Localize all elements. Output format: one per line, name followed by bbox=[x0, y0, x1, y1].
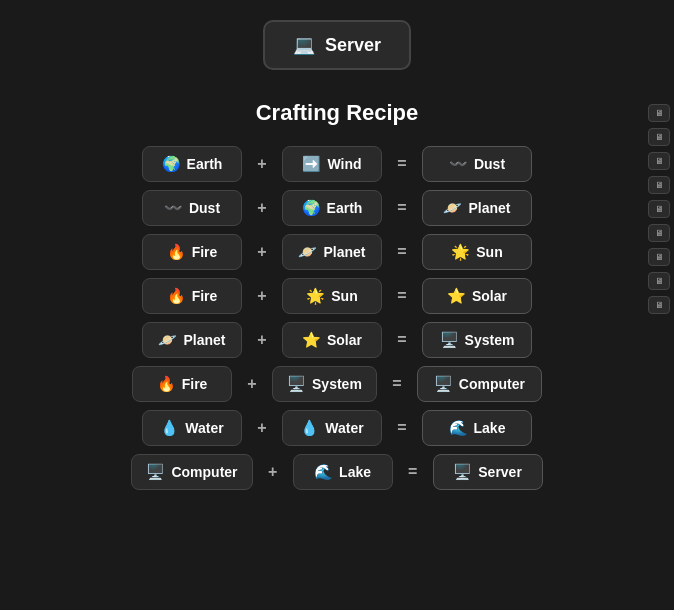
main-container: 💻 Server Crafting Recipe 🌍 Earth + ➡️ Wi… bbox=[0, 0, 674, 510]
lake-emoji-7: 🌊 bbox=[449, 419, 468, 437]
wind-emoji-1: ➡️ bbox=[302, 155, 321, 173]
sidebar-icon-2[interactable]: 🖥 bbox=[648, 128, 670, 146]
water-label-7b: Water bbox=[325, 420, 363, 436]
solar-label-4: Solar bbox=[472, 288, 507, 304]
ingredient-fire-3[interactable]: 🔥 Fire bbox=[142, 234, 242, 270]
ingredient-fire-6[interactable]: 🔥 Fire bbox=[132, 366, 232, 402]
earth-label-2: Earth bbox=[327, 200, 363, 216]
ingredient-water-7a[interactable]: 💧 Water bbox=[142, 410, 242, 446]
computer-emoji-6: 🖥️ bbox=[434, 375, 453, 393]
ingredient-solar-5[interactable]: ⭐ Solar bbox=[282, 322, 382, 358]
dust-emoji-2: 〰️ bbox=[164, 199, 183, 217]
planet-emoji-3: 🪐 bbox=[298, 243, 317, 261]
ingredient-earth-2[interactable]: 🌍 Earth bbox=[282, 190, 382, 226]
server-button[interactable]: 💻 Server bbox=[263, 20, 411, 70]
dust-label-1: Dust bbox=[474, 156, 505, 172]
planet-label-3: Planet bbox=[323, 244, 365, 260]
fire-emoji-3: 🔥 bbox=[167, 243, 186, 261]
computer-label-8: Computer bbox=[171, 464, 237, 480]
ingredient-system-6[interactable]: 🖥️ System bbox=[272, 366, 377, 402]
ingredient-dust-2[interactable]: 〰️ Dust bbox=[142, 190, 242, 226]
result-lake-7[interactable]: 🌊 Lake bbox=[422, 410, 532, 446]
plus-6: + bbox=[244, 375, 260, 393]
system-label-6: System bbox=[312, 376, 362, 392]
equals-7: = bbox=[394, 419, 410, 437]
ingredient-sun-4[interactable]: 🌟 Sun bbox=[282, 278, 382, 314]
system-emoji-5: 🖥️ bbox=[440, 331, 459, 349]
ingredient-computer-8[interactable]: 🖥️ Computer bbox=[131, 454, 252, 490]
plus-3: + bbox=[254, 243, 270, 261]
result-solar-4[interactable]: ⭐ Solar bbox=[422, 278, 532, 314]
result-sun-3[interactable]: 🌟 Sun bbox=[422, 234, 532, 270]
sun-emoji-4: 🌟 bbox=[306, 287, 325, 305]
sun-emoji-3: 🌟 bbox=[451, 243, 470, 261]
recipe-row-4: 🔥 Fire + 🌟 Sun = ⭐ Solar bbox=[142, 278, 532, 314]
recipe-row-3: 🔥 Fire + 🪐 Planet = 🌟 Sun bbox=[142, 234, 532, 270]
lake-label-8: Lake bbox=[339, 464, 371, 480]
result-dust-1[interactable]: 〰️ Dust bbox=[422, 146, 532, 182]
recipe-row-2: 〰️ Dust + 🌍 Earth = 🪐 Planet bbox=[142, 190, 532, 226]
recipe-row-5: 🪐 Planet + ⭐ Solar = 🖥️ System bbox=[142, 322, 532, 358]
sidebar-icon-1[interactable]: 🖥 bbox=[648, 104, 670, 122]
planet-label-5: Planet bbox=[183, 332, 225, 348]
result-system-5[interactable]: 🖥️ System bbox=[422, 322, 532, 358]
fire-emoji-6: 🔥 bbox=[157, 375, 176, 393]
ingredient-water-7b[interactable]: 💧 Water bbox=[282, 410, 382, 446]
equals-4: = bbox=[394, 287, 410, 305]
recipe-row-1: 🌍 Earth + ➡️ Wind = 〰️ Dust bbox=[142, 146, 532, 182]
planet-emoji-2: 🪐 bbox=[443, 199, 462, 217]
result-computer-6[interactable]: 🖥️ Computer bbox=[417, 366, 542, 402]
computer-label-6: Computer bbox=[459, 376, 525, 392]
ingredient-wind-1[interactable]: ➡️ Wind bbox=[282, 146, 382, 182]
plus-5: + bbox=[254, 331, 270, 349]
server-label-8: Server bbox=[478, 464, 522, 480]
equals-5: = bbox=[394, 331, 410, 349]
fire-label-6: Fire bbox=[182, 376, 208, 392]
sidebar-icon-7[interactable]: 🖥 bbox=[648, 248, 670, 266]
ingredient-lake-8[interactable]: 🌊 Lake bbox=[293, 454, 393, 490]
recipes-container: 🌍 Earth + ➡️ Wind = 〰️ Dust 〰️ Dust + 🌍 bbox=[0, 146, 674, 490]
solar-emoji-4: ⭐ bbox=[447, 287, 466, 305]
recipe-row-8: 🖥️ Computer + 🌊 Lake = 🖥️ Server bbox=[131, 454, 542, 490]
plus-7: + bbox=[254, 419, 270, 437]
system-label-5: System bbox=[465, 332, 515, 348]
equals-3: = bbox=[394, 243, 410, 261]
ingredient-planet-5[interactable]: 🪐 Planet bbox=[142, 322, 242, 358]
system-emoji-6: 🖥️ bbox=[287, 375, 306, 393]
earth-emoji-1: 🌍 bbox=[162, 155, 181, 173]
sidebar-icon-8[interactable]: 🖥 bbox=[648, 272, 670, 290]
fire-label-4: Fire bbox=[192, 288, 218, 304]
plus-1: + bbox=[254, 155, 270, 173]
water-label-7a: Water bbox=[185, 420, 223, 436]
ingredient-fire-4[interactable]: 🔥 Fire bbox=[142, 278, 242, 314]
earth-label-1: Earth bbox=[187, 156, 223, 172]
lake-emoji-8: 🌊 bbox=[314, 463, 333, 481]
recipe-row-7: 💧 Water + 💧 Water = 🌊 Lake bbox=[142, 410, 532, 446]
sidebar-icon-5[interactable]: 🖥 bbox=[648, 200, 670, 218]
server-monitor-icon: 💻 bbox=[293, 34, 315, 56]
wind-label-1: Wind bbox=[327, 156, 361, 172]
water-emoji-7b: 💧 bbox=[300, 419, 319, 437]
planet-label-2: Planet bbox=[468, 200, 510, 216]
computer-emoji-8: 🖥️ bbox=[146, 463, 165, 481]
planet-emoji-5: 🪐 bbox=[158, 331, 177, 349]
ingredient-earth-1[interactable]: 🌍 Earth bbox=[142, 146, 242, 182]
ingredient-planet-3[interactable]: 🪐 Planet bbox=[282, 234, 382, 270]
dust-label-2: Dust bbox=[189, 200, 220, 216]
sidebar-icon-3[interactable]: 🖥 bbox=[648, 152, 670, 170]
right-sidebar: 🖥 🖥 🖥 🖥 🖥 🖥 🖥 🖥 🖥 bbox=[644, 100, 674, 318]
sun-label-3: Sun bbox=[476, 244, 502, 260]
equals-2: = bbox=[394, 199, 410, 217]
equals-1: = bbox=[394, 155, 410, 173]
solar-label-5: Solar bbox=[327, 332, 362, 348]
water-emoji-7a: 💧 bbox=[160, 419, 179, 437]
plus-4: + bbox=[254, 287, 270, 305]
result-server-8[interactable]: 🖥️ Server bbox=[433, 454, 543, 490]
sidebar-icon-6[interactable]: 🖥 bbox=[648, 224, 670, 242]
result-planet-2[interactable]: 🪐 Planet bbox=[422, 190, 532, 226]
sidebar-icon-9[interactable]: 🖥 bbox=[648, 296, 670, 314]
fire-emoji-4: 🔥 bbox=[167, 287, 186, 305]
sidebar-icon-4[interactable]: 🖥 bbox=[648, 176, 670, 194]
earth-emoji-2: 🌍 bbox=[302, 199, 321, 217]
plus-2: + bbox=[254, 199, 270, 217]
